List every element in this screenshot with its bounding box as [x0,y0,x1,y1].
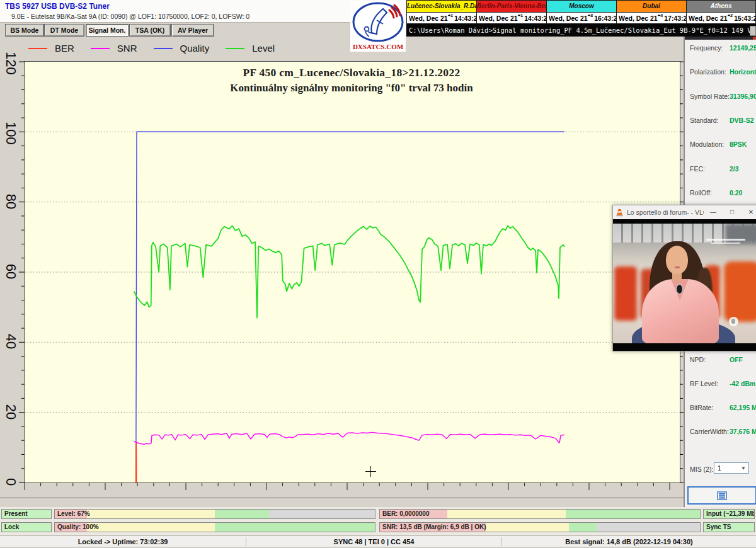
tuner-header: TBS 5927 USB DVB-S2 Tuner 9.0E - Eutelsa… [0,0,406,23]
clock-utc-offset: +4 [658,13,663,18]
sidebar-top-red-marker [753,37,756,40]
y-tick-label: 100 [3,122,19,140]
chart-legend: BERSNRQualityLevel [28,43,291,54]
clock-utc-offset: +2 [728,13,733,18]
vlc-video-area[interactable] [613,219,756,351]
param-label: NPD: [690,356,706,363]
vlc-minimize-button[interactable]: — [704,205,723,219]
tab-dt-mode[interactable]: DT Mode [44,24,84,37]
vlc-window-title: Lo sportello di forum- - VLC media playe… [627,208,704,216]
param-value: -42 dBm [730,380,755,387]
indicator-present: Present [1,509,52,519]
legend-item-ber: BER [28,43,74,54]
tab-tsa-ok-[interactable]: TSA (OK) [129,24,171,37]
clock-time: Wed, Dec 21+417:43:26 [616,13,686,24]
param-label: FEC: [690,165,705,173]
vlc-maximize-button[interactable]: □ [723,205,742,219]
chart-subtitle: Kontinuálny signálny monitoring "f0" trv… [24,82,679,94]
mis-select[interactable]: 1▼ [714,462,749,474]
legend-label: Quality [180,43,210,54]
ruler-baseline [0,498,684,498]
presenter-lips [675,266,680,268]
gauge-label: BER: 0,0000000 [382,510,430,518]
gauge-unfilled [269,510,375,518]
clock-date: Wed, Dec 21 [479,14,518,22]
clock-time-value: 15:43:26 [734,14,756,22]
chart-canvas [25,62,680,482]
clock-city-label: Lučenec-Slovakia_R.Dávid [406,0,476,13]
param-value: 31396,904 KS/s [730,93,756,100]
app-title: TBS 5927 USB DVB-S2 Tuner [5,2,110,11]
clock-city-label: Moscow [546,0,616,13]
chart-plot-area [24,61,680,483]
param-label: BitRate: [690,404,713,411]
clock-date: Wed, Dec 21 [689,14,728,22]
overlay-caption-line [706,239,745,241]
tab-bs-mode[interactable]: BS Mode [5,24,44,37]
signal-meters: PresentLevel: 67%BER: 0,0000000Input (~2… [0,507,756,535]
y-tick-label: 20 [3,402,19,421]
legend-label: Level [252,43,275,54]
clock-date: Wed, Dec 21 [619,14,658,22]
status-best-signal: Best signal: 14,8 dB (2022-12-19 04:30) [502,536,756,547]
clock-moscow: MoscowWed, Dec 21+316:43:26 [546,0,616,24]
status-sync-counters: SYNC 48 | TEI 0 | CC 454 [246,536,501,547]
clock-date: Wed, Dec 21 [409,14,448,22]
y-tick-label: 80 [3,192,19,211]
status-bar: Locked -> Uptime: 73:02:39 SYNC 48 | TEI… [0,535,756,547]
param-value: 8PSK [730,140,747,148]
legend-line-swatch [154,48,173,49]
param-value: 62,195 Mbit/s [730,404,756,411]
indicator-input-21-39-mbps-: Input (~21,39 Mbps) [703,509,755,519]
legend-line-swatch [226,48,244,49]
legend-label: BER [55,43,74,54]
param-label: Frequency: [690,44,723,52]
clock-time: Wed, Dec 21+114:43:26 [406,13,476,24]
sidebar-top-strip [685,37,756,40]
signal-chart-panel: BERSNRQualityLevel PF 450 cm_Lucenec/Slo… [0,37,684,507]
gauge-ber: BER: 0,0000000 [379,509,701,519]
necklace-pendant [676,284,683,294]
param-label: Polarization: [690,68,726,76]
legend-item-quality: Quality [154,43,210,54]
dxsatcs-logo: DXSATCS.COM [350,1,406,52]
vlc-cone-icon [616,208,624,217]
tv-studio-scene [613,224,756,343]
vlc-titlebar[interactable]: Lo sportello di forum- - VLC media playe… [613,205,756,219]
param-value: Horizontal [730,68,756,76]
clock-time: Wed, Dec 21+215:43:26 [686,13,756,24]
y-tick-label: 120 [3,52,19,71]
satellite-dish-icon [350,1,406,43]
param-label: Modulation: [690,140,724,148]
clock-city-label: Dubai [616,0,686,13]
tab-bar: BS ModeDT ModeSignal Mon.TSA (OK)AV Play… [0,23,406,37]
chevron-down-icon: ▼ [741,465,746,471]
studio-letter-blob [614,266,637,321]
param-label: RollOff: [690,189,712,197]
tab-av-player[interactable]: AV Player [171,24,214,37]
legend-item-level: Level [226,43,275,54]
overlay-caption-line [711,243,740,244]
tab-signal-mon-[interactable]: Signal Mon. [86,24,129,37]
clock-time: Wed, Dec 21+316:43:26 [546,13,616,24]
clock-utc-offset: +1 [518,13,524,18]
mis-label: MIS (2): [690,465,713,473]
y-tick-label: 60 [3,262,19,281]
logo-text: DXSATCS.COM [350,43,406,50]
legend-line-swatch [91,48,110,49]
indicator-sync-ts: Sync TS [703,522,755,532]
stream-list-button[interactable] [687,486,756,505]
studio-letter-blob [724,261,756,322]
clock-berlin-paris-vienna-belgrade: Berlin-Paris-Vienna-BelgradeWed, Dec 21+… [476,0,546,24]
clock-dubai: DubaiWed, Dec 21+417:43:26 [616,0,686,24]
clock-lu-enec-slovakia-r-d-vid: Lučenec-Slovakia_R.DávidWed, Dec 21+114:… [406,0,476,24]
param-value: 0.20 [730,189,742,197]
world-clocks: Lučenec-Slovakia_R.DávidWed, Dec 21+114:… [406,0,756,24]
vlc-close-button[interactable]: ✕ [742,205,756,219]
param-value: DVB-S2 [730,117,754,124]
legend-line-swatch [28,48,47,49]
clock-athens: AthensWed, Dec 21+215:43:26 [686,0,756,24]
param-value: 2/3 [730,165,739,173]
legend-label: SNR [117,43,137,54]
console-scrollbar[interactable] [750,26,756,36]
